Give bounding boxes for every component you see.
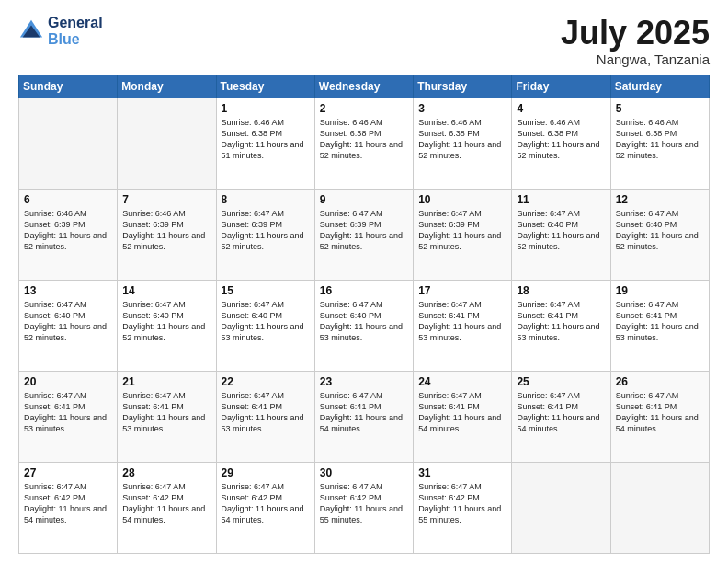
day-number: 23 (320, 375, 408, 388)
day-info: Sunrise: 6:47 AM Sunset: 6:42 PM Dayligh… (24, 481, 112, 526)
calendar-table: SundayMondayTuesdayWednesdayThursdayFrid… (18, 75, 710, 554)
day-number: 10 (418, 193, 506, 206)
day-number: 12 (616, 193, 704, 206)
calendar-week-1: 6Sunrise: 6:46 AM Sunset: 6:39 PM Daylig… (19, 189, 710, 280)
day-info: Sunrise: 6:47 AM Sunset: 6:39 PM Dayligh… (418, 208, 506, 253)
calendar-cell: 27Sunrise: 6:47 AM Sunset: 6:42 PM Dayli… (19, 462, 118, 553)
day-info: Sunrise: 6:47 AM Sunset: 6:40 PM Dayligh… (24, 299, 112, 344)
calendar-cell: 29Sunrise: 6:47 AM Sunset: 6:42 PM Dayli… (216, 462, 314, 553)
calendar-cell (610, 462, 709, 553)
calendar-cell: 11Sunrise: 6:47 AM Sunset: 6:40 PM Dayli… (512, 189, 610, 280)
calendar-cell (19, 98, 118, 189)
calendar-cell: 24Sunrise: 6:47 AM Sunset: 6:41 PM Dayli… (414, 371, 512, 462)
day-number: 16 (320, 284, 408, 297)
day-info: Sunrise: 6:47 AM Sunset: 6:41 PM Dayligh… (122, 390, 210, 435)
day-number: 3 (418, 102, 506, 115)
calendar-cell: 22Sunrise: 6:47 AM Sunset: 6:41 PM Dayli… (216, 371, 314, 462)
location: Nangwa, Tanzania (561, 52, 710, 67)
day-number: 4 (517, 102, 605, 115)
day-info: Sunrise: 6:46 AM Sunset: 6:38 PM Dayligh… (222, 117, 310, 162)
logo-icon (18, 18, 44, 44)
day-number: 6 (24, 193, 112, 206)
day-number: 2 (320, 102, 408, 115)
day-number: 11 (517, 193, 605, 206)
calendar-cell: 10Sunrise: 6:47 AM Sunset: 6:39 PM Dayli… (414, 189, 512, 280)
day-number: 24 (418, 375, 506, 388)
day-number: 27 (24, 466, 112, 479)
day-info: Sunrise: 6:46 AM Sunset: 6:39 PM Dayligh… (122, 208, 210, 253)
day-info: Sunrise: 6:47 AM Sunset: 6:42 PM Dayligh… (122, 481, 210, 526)
calendar-cell: 6Sunrise: 6:46 AM Sunset: 6:39 PM Daylig… (19, 189, 118, 280)
day-info: Sunrise: 6:46 AM Sunset: 6:38 PM Dayligh… (616, 117, 704, 162)
day-number: 15 (222, 284, 310, 297)
calendar-header-friday: Friday (512, 75, 610, 98)
calendar-cell: 31Sunrise: 6:47 AM Sunset: 6:42 PM Dayli… (414, 462, 512, 553)
page: General Blue July 2025 Nangwa, Tanzania … (0, 0, 728, 563)
calendar-cell: 21Sunrise: 6:47 AM Sunset: 6:41 PM Dayli… (118, 371, 216, 462)
day-number: 26 (616, 375, 704, 388)
calendar-header-thursday: Thursday (414, 75, 512, 98)
calendar-cell: 2Sunrise: 6:46 AM Sunset: 6:38 PM Daylig… (314, 98, 413, 189)
calendar-cell: 14Sunrise: 6:47 AM Sunset: 6:40 PM Dayli… (118, 280, 216, 371)
day-info: Sunrise: 6:47 AM Sunset: 6:39 PM Dayligh… (222, 208, 310, 253)
day-number: 7 (122, 193, 210, 206)
calendar-cell: 28Sunrise: 6:47 AM Sunset: 6:42 PM Dayli… (118, 462, 216, 553)
day-info: Sunrise: 6:46 AM Sunset: 6:39 PM Dayligh… (24, 208, 112, 253)
day-number: 28 (122, 466, 210, 479)
day-number: 14 (122, 284, 210, 297)
day-info: Sunrise: 6:46 AM Sunset: 6:38 PM Dayligh… (320, 117, 408, 162)
calendar-cell: 4Sunrise: 6:46 AM Sunset: 6:38 PM Daylig… (512, 98, 610, 189)
day-info: Sunrise: 6:47 AM Sunset: 6:42 PM Dayligh… (222, 481, 310, 526)
calendar-cell: 1Sunrise: 6:46 AM Sunset: 6:38 PM Daylig… (216, 98, 314, 189)
calendar-cell (512, 462, 610, 553)
day-info: Sunrise: 6:47 AM Sunset: 6:41 PM Dayligh… (24, 390, 112, 435)
day-number: 20 (24, 375, 112, 388)
logo: General Blue (18, 15, 103, 47)
day-number: 21 (122, 375, 210, 388)
day-number: 29 (222, 466, 310, 479)
day-number: 13 (24, 284, 112, 297)
day-info: Sunrise: 6:47 AM Sunset: 6:42 PM Dayligh… (320, 481, 408, 526)
calendar-cell: 30Sunrise: 6:47 AM Sunset: 6:42 PM Dayli… (314, 462, 413, 553)
day-info: Sunrise: 6:47 AM Sunset: 6:41 PM Dayligh… (320, 390, 408, 435)
day-number: 30 (320, 466, 408, 479)
calendar-cell: 26Sunrise: 6:47 AM Sunset: 6:41 PM Dayli… (610, 371, 709, 462)
day-info: Sunrise: 6:47 AM Sunset: 6:41 PM Dayligh… (418, 299, 506, 344)
calendar-header-sunday: Sunday (19, 75, 118, 98)
day-info: Sunrise: 6:47 AM Sunset: 6:39 PM Dayligh… (320, 208, 408, 253)
calendar-cell: 20Sunrise: 6:47 AM Sunset: 6:41 PM Dayli… (19, 371, 118, 462)
calendar-week-4: 27Sunrise: 6:47 AM Sunset: 6:42 PM Dayli… (19, 462, 710, 553)
day-info: Sunrise: 6:47 AM Sunset: 6:42 PM Dayligh… (418, 481, 506, 526)
calendar-cell: 3Sunrise: 6:46 AM Sunset: 6:38 PM Daylig… (414, 98, 512, 189)
day-number: 5 (616, 102, 704, 115)
calendar-cell: 25Sunrise: 6:47 AM Sunset: 6:41 PM Dayli… (512, 371, 610, 462)
day-number: 9 (320, 193, 408, 206)
calendar-cell (118, 98, 216, 189)
calendar-cell: 12Sunrise: 6:47 AM Sunset: 6:40 PM Dayli… (610, 189, 709, 280)
logo-text: General Blue (48, 15, 103, 47)
calendar-week-3: 20Sunrise: 6:47 AM Sunset: 6:41 PM Dayli… (19, 371, 710, 462)
calendar-cell: 19Sunrise: 6:47 AM Sunset: 6:41 PM Dayli… (610, 280, 709, 371)
day-info: Sunrise: 6:47 AM Sunset: 6:41 PM Dayligh… (222, 390, 310, 435)
day-info: Sunrise: 6:47 AM Sunset: 6:40 PM Dayligh… (320, 299, 408, 344)
calendar-cell: 16Sunrise: 6:47 AM Sunset: 6:40 PM Dayli… (314, 280, 413, 371)
calendar-header-saturday: Saturday (610, 75, 709, 98)
day-info: Sunrise: 6:47 AM Sunset: 6:41 PM Dayligh… (616, 299, 704, 344)
day-info: Sunrise: 6:47 AM Sunset: 6:40 PM Dayligh… (122, 299, 210, 344)
day-info: Sunrise: 6:46 AM Sunset: 6:38 PM Dayligh… (418, 117, 506, 162)
calendar-week-0: 1Sunrise: 6:46 AM Sunset: 6:38 PM Daylig… (19, 98, 710, 189)
day-info: Sunrise: 6:47 AM Sunset: 6:41 PM Dayligh… (418, 390, 506, 435)
calendar-cell: 18Sunrise: 6:47 AM Sunset: 6:41 PM Dayli… (512, 280, 610, 371)
calendar-cell: 8Sunrise: 6:47 AM Sunset: 6:39 PM Daylig… (216, 189, 314, 280)
title-section: July 2025 Nangwa, Tanzania (561, 15, 710, 67)
day-number: 19 (616, 284, 704, 297)
calendar-header-wednesday: Wednesday (314, 75, 413, 98)
calendar-cell: 23Sunrise: 6:47 AM Sunset: 6:41 PM Dayli… (314, 371, 413, 462)
day-number: 25 (517, 375, 605, 388)
calendar-cell: 5Sunrise: 6:46 AM Sunset: 6:38 PM Daylig… (610, 98, 709, 189)
day-number: 31 (418, 466, 506, 479)
month-title: July 2025 (561, 15, 710, 52)
calendar-cell: 7Sunrise: 6:46 AM Sunset: 6:39 PM Daylig… (118, 189, 216, 280)
header: General Blue July 2025 Nangwa, Tanzania (18, 15, 710, 67)
day-info: Sunrise: 6:47 AM Sunset: 6:40 PM Dayligh… (616, 208, 704, 253)
